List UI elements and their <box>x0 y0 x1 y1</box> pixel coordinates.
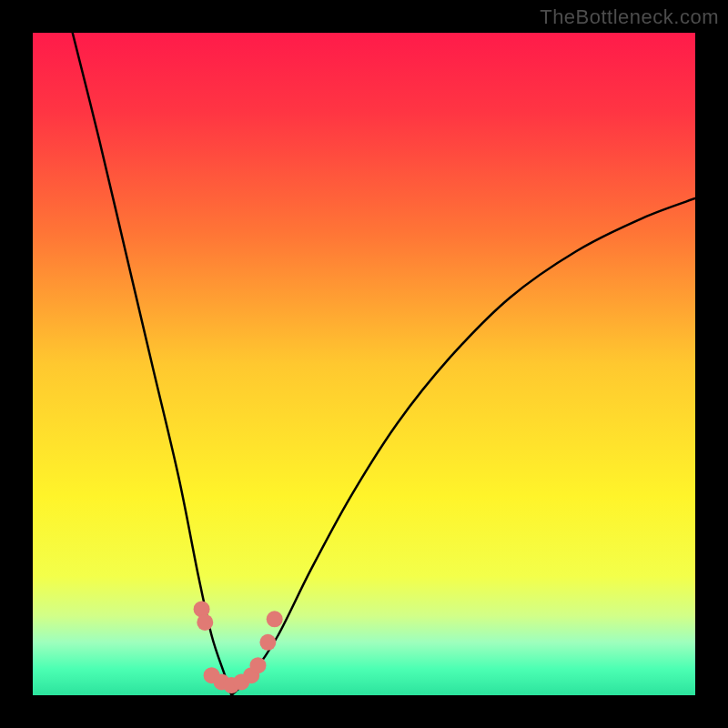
chart-svg <box>33 33 695 695</box>
plot-area <box>33 33 695 695</box>
data-point-marker <box>267 611 283 627</box>
chart-frame: TheBottleneck.com <box>0 0 728 728</box>
watermark-text: TheBottleneck.com <box>540 5 719 29</box>
data-point-marker <box>197 614 213 631</box>
data-point-marker <box>259 634 276 651</box>
data-point-marker <box>250 657 267 673</box>
gradient-background <box>33 33 695 695</box>
